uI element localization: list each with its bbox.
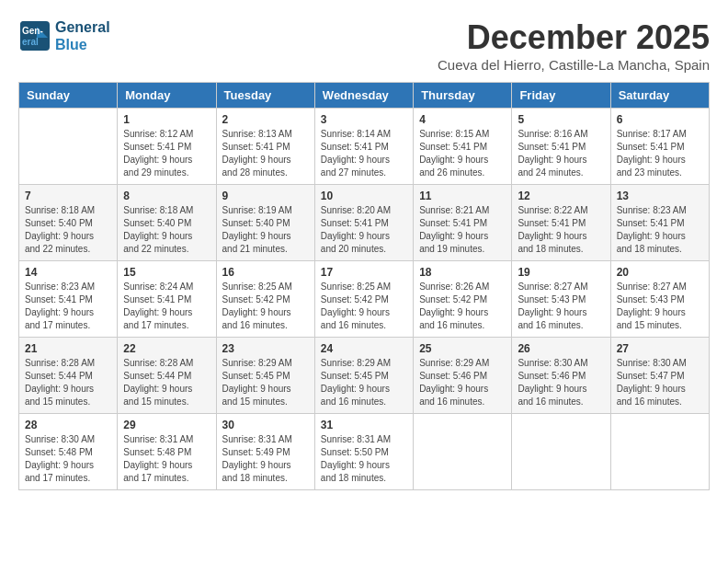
calendar-cell: 11Sunrise: 8:21 AM Sunset: 5:41 PM Dayli… — [414, 185, 512, 261]
calendar-cell — [610, 414, 709, 490]
day-number: 20 — [617, 266, 703, 279]
day-info: Sunrise: 8:28 AM Sunset: 5:44 PM Dayligh… — [123, 357, 210, 408]
calendar-cell — [512, 414, 610, 490]
day-info: Sunrise: 8:23 AM Sunset: 5:41 PM Dayligh… — [25, 281, 111, 332]
calendar-cell: 15Sunrise: 8:24 AM Sunset: 5:41 PM Dayli… — [118, 261, 216, 338]
calendar-cell: 29Sunrise: 8:31 AM Sunset: 5:48 PM Dayli… — [118, 414, 216, 490]
calendar-cell: 5Sunrise: 8:16 AM Sunset: 5:41 PM Daylig… — [512, 109, 610, 185]
day-info: Sunrise: 8:26 AM Sunset: 5:42 PM Dayligh… — [419, 281, 506, 332]
day-number: 25 — [419, 342, 506, 355]
calendar-table: Sunday Monday Tuesday Wednesday Thursday… — [18, 82, 710, 490]
day-info: Sunrise: 8:12 AM Sunset: 5:41 PM Dayligh… — [123, 128, 210, 179]
day-info: Sunrise: 8:30 AM Sunset: 5:48 PM Dayligh… — [25, 433, 111, 485]
calendar-cell — [19, 109, 118, 185]
day-number: 24 — [321, 342, 407, 355]
day-number: 26 — [518, 342, 604, 355]
day-info: Sunrise: 8:29 AM Sunset: 5:45 PM Dayligh… — [222, 357, 309, 408]
day-number: 8 — [123, 190, 210, 202]
day-info: Sunrise: 8:18 AM Sunset: 5:40 PM Dayligh… — [25, 204, 111, 256]
day-info: Sunrise: 8:16 AM Sunset: 5:41 PM Dayligh… — [518, 128, 604, 179]
day-number: 18 — [419, 266, 506, 279]
day-info: Sunrise: 8:14 AM Sunset: 5:41 PM Dayligh… — [321, 128, 407, 179]
day-number: 29 — [123, 419, 210, 431]
calendar-cell: 17Sunrise: 8:25 AM Sunset: 5:42 PM Dayli… — [314, 261, 413, 338]
calendar-cell: 27Sunrise: 8:30 AM Sunset: 5:47 PM Dayli… — [610, 338, 709, 414]
day-number: 23 — [222, 342, 309, 355]
day-number: 6 — [617, 113, 703, 126]
calendar-cell: 31Sunrise: 8:31 AM Sunset: 5:50 PM Dayli… — [314, 414, 413, 490]
day-info: Sunrise: 8:15 AM Sunset: 5:41 PM Dayligh… — [419, 128, 506, 179]
col-tuesday: Tuesday — [216, 83, 314, 109]
day-number: 31 — [321, 419, 407, 431]
calendar-cell: 9Sunrise: 8:19 AM Sunset: 5:40 PM Daylig… — [216, 185, 314, 261]
calendar-cell — [414, 414, 512, 490]
day-info: Sunrise: 8:24 AM Sunset: 5:41 PM Dayligh… — [123, 281, 210, 332]
day-info: Sunrise: 8:31 AM Sunset: 5:48 PM Dayligh… — [123, 433, 210, 485]
day-number: 28 — [25, 419, 111, 431]
col-friday: Friday — [512, 83, 610, 109]
day-number: 3 — [321, 113, 407, 126]
day-info: Sunrise: 8:17 AM Sunset: 5:41 PM Dayligh… — [617, 128, 703, 179]
day-info: Sunrise: 8:22 AM Sunset: 5:41 PM Dayligh… — [518, 204, 604, 256]
day-number: 12 — [518, 190, 604, 202]
day-info: Sunrise: 8:21 AM Sunset: 5:41 PM Dayligh… — [419, 204, 506, 256]
header: Gen- eral General Blue December 2025 Cue… — [18, 18, 710, 73]
col-sunday: Sunday — [19, 83, 118, 109]
day-number: 14 — [25, 266, 111, 279]
calendar-cell: 13Sunrise: 8:23 AM Sunset: 5:41 PM Dayli… — [610, 185, 709, 261]
col-wednesday: Wednesday — [314, 83, 413, 109]
day-info: Sunrise: 8:31 AM Sunset: 5:50 PM Dayligh… — [321, 433, 407, 485]
day-info: Sunrise: 8:18 AM Sunset: 5:40 PM Dayligh… — [123, 204, 210, 256]
calendar-week-row: 1Sunrise: 8:12 AM Sunset: 5:41 PM Daylig… — [19, 109, 710, 185]
title-section: December 2025 Cueva del Hierro, Castille… — [438, 18, 710, 73]
calendar-cell: 25Sunrise: 8:29 AM Sunset: 5:46 PM Dayli… — [414, 338, 512, 414]
day-info: Sunrise: 8:28 AM Sunset: 5:44 PM Dayligh… — [25, 357, 111, 408]
day-number: 27 — [617, 342, 703, 355]
calendar-week-row: 14Sunrise: 8:23 AM Sunset: 5:41 PM Dayli… — [19, 261, 710, 338]
day-number: 13 — [617, 190, 703, 202]
calendar-cell: 30Sunrise: 8:31 AM Sunset: 5:49 PM Dayli… — [216, 414, 314, 490]
header-row: Sunday Monday Tuesday Wednesday Thursday… — [19, 83, 710, 109]
day-number: 15 — [123, 266, 210, 279]
day-number: 9 — [222, 190, 309, 202]
day-info: Sunrise: 8:29 AM Sunset: 5:45 PM Dayligh… — [321, 357, 407, 408]
day-number: 30 — [222, 419, 309, 431]
day-info: Sunrise: 8:19 AM Sunset: 5:40 PM Dayligh… — [222, 204, 309, 256]
calendar-cell: 22Sunrise: 8:28 AM Sunset: 5:44 PM Dayli… — [118, 338, 216, 414]
svg-text:eral: eral — [22, 37, 39, 47]
col-saturday: Saturday — [610, 83, 709, 109]
calendar-cell: 18Sunrise: 8:26 AM Sunset: 5:42 PM Dayli… — [414, 261, 512, 338]
day-number: 17 — [321, 266, 407, 279]
day-number: 5 — [518, 113, 604, 126]
calendar-cell: 28Sunrise: 8:30 AM Sunset: 5:48 PM Dayli… — [19, 414, 118, 490]
calendar-cell: 21Sunrise: 8:28 AM Sunset: 5:44 PM Dayli… — [19, 338, 118, 414]
calendar-cell: 23Sunrise: 8:29 AM Sunset: 5:45 PM Dayli… — [216, 338, 314, 414]
calendar-week-row: 28Sunrise: 8:30 AM Sunset: 5:48 PM Dayli… — [19, 414, 710, 490]
calendar-cell: 8Sunrise: 8:18 AM Sunset: 5:40 PM Daylig… — [118, 185, 216, 261]
calendar-cell: 6Sunrise: 8:17 AM Sunset: 5:41 PM Daylig… — [610, 109, 709, 185]
day-number: 22 — [123, 342, 210, 355]
day-info: Sunrise: 8:20 AM Sunset: 5:41 PM Dayligh… — [321, 204, 407, 256]
calendar-cell: 14Sunrise: 8:23 AM Sunset: 5:41 PM Dayli… — [19, 261, 118, 338]
day-info: Sunrise: 8:31 AM Sunset: 5:49 PM Dayligh… — [222, 433, 309, 485]
svg-text:Gen-: Gen- — [22, 26, 43, 36]
calendar-week-row: 7Sunrise: 8:18 AM Sunset: 5:40 PM Daylig… — [19, 185, 710, 261]
day-info: Sunrise: 8:30 AM Sunset: 5:46 PM Dayligh… — [518, 357, 604, 408]
day-number: 4 — [419, 113, 506, 126]
logo: Gen- eral General Blue — [18, 18, 110, 53]
calendar-cell: 3Sunrise: 8:14 AM Sunset: 5:41 PM Daylig… — [314, 109, 413, 185]
logo-icon: Gen- eral — [18, 19, 51, 52]
calendar-cell: 4Sunrise: 8:15 AM Sunset: 5:41 PM Daylig… — [414, 109, 512, 185]
calendar-cell: 12Sunrise: 8:22 AM Sunset: 5:41 PM Dayli… — [512, 185, 610, 261]
calendar-cell: 7Sunrise: 8:18 AM Sunset: 5:40 PM Daylig… — [19, 185, 118, 261]
day-info: Sunrise: 8:27 AM Sunset: 5:43 PM Dayligh… — [518, 281, 604, 332]
calendar-cell: 20Sunrise: 8:27 AM Sunset: 5:43 PM Dayli… — [610, 261, 709, 338]
day-info: Sunrise: 8:29 AM Sunset: 5:46 PM Dayligh… — [419, 357, 506, 408]
day-number: 1 — [123, 113, 210, 126]
day-info: Sunrise: 8:25 AM Sunset: 5:42 PM Dayligh… — [222, 281, 309, 332]
day-number: 10 — [321, 190, 407, 202]
day-number: 2 — [222, 113, 309, 126]
day-number: 16 — [222, 266, 309, 279]
day-number: 21 — [25, 342, 111, 355]
calendar-subtitle: Cueva del Hierro, Castille-La Mancha, Sp… — [438, 57, 710, 73]
